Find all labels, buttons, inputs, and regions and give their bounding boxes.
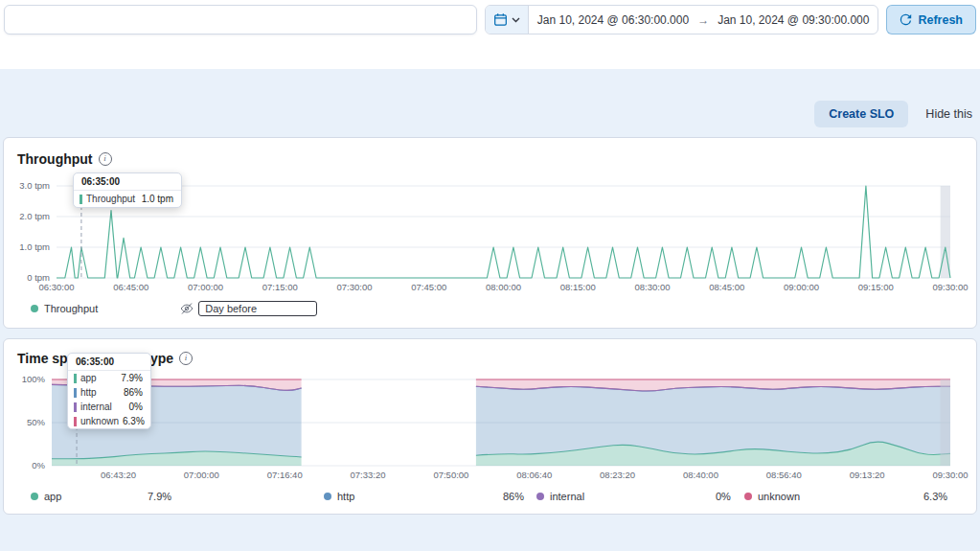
legend-item-app[interactable]: app7.9%: [31, 491, 324, 502]
x-axis-label: 07:16:40: [267, 470, 303, 480]
legend-value: 7.9%: [148, 491, 171, 502]
x-axis-label: 08:06:40: [516, 470, 552, 480]
tooltip-series-label: internal: [80, 402, 112, 412]
x-axis-label: 06:43:20: [101, 470, 136, 480]
throughput-info-icon[interactable]: i: [99, 152, 112, 166]
span-chart[interactable]: 100%50%0%06:43:2007:00:0007:16:4007:33:2…: [17, 372, 966, 481]
legend-item-http[interactable]: http86%: [324, 491, 536, 502]
x-axis-label: 08:40:00: [683, 470, 718, 480]
x-axis-label: 08:56:40: [766, 470, 802, 480]
date-end-button[interactable]: Jan 10, 2024 @ 09:30:00.000: [709, 13, 877, 27]
throughput-title: Throughput: [17, 151, 93, 167]
x-axis-label: 08:23:20: [600, 470, 635, 480]
refresh-button[interactable]: Refresh: [886, 5, 976, 34]
throughput-legend-dot: [31, 305, 38, 312]
span-types-panel: Time spent by span type i 100%50%0%06:43…: [3, 338, 977, 515]
x-axis-label: 09:00:00: [784, 282, 819, 292]
tooltip-series-value: 7.9%: [121, 373, 143, 383]
date-picker: Jan 10, 2024 @ 06:30:00.000 → Jan 10, 20…: [485, 5, 879, 34]
x-axis-label: 07:50:00: [433, 470, 468, 480]
x-axis-label: 07:45:00: [411, 282, 446, 292]
throughput-tooltip: 06:35:00 Throughput 1.0 tpm: [73, 172, 182, 208]
x-axis-label: 09:30:00: [933, 282, 969, 292]
tooltip-series-value: 86%: [124, 387, 143, 398]
x-axis-label: 09:30:00: [933, 470, 969, 480]
throughput-tooltip-bar: [80, 195, 82, 204]
legend-dot: [744, 493, 752, 500]
tooltip-series-bar: [74, 417, 77, 426]
span-types-title-row: Time spent by span type i: [17, 351, 963, 366]
create-slo-button[interactable]: Create SLO: [814, 101, 908, 127]
x-axis-label: 07:00:00: [188, 282, 223, 292]
throughput-line: [57, 186, 950, 278]
x-axis-label: 07:33:20: [351, 470, 386, 480]
x-axis-label: 07:15:00: [262, 282, 298, 292]
tooltip-series-bar: [74, 402, 77, 412]
page-background: Create SLO Hide this Throughput i 3.0 tp…: [0, 69, 980, 515]
refresh-label: Refresh: [918, 13, 963, 27]
y-axis-label: 50%: [27, 417, 46, 427]
hide-this-button[interactable]: Hide this: [923, 107, 974, 121]
tooltip-time-header: 06:35:00: [68, 354, 150, 371]
legend-value: 86%: [503, 491, 524, 502]
tooltip-series-bar: [74, 374, 77, 383]
header-bar: Jan 10, 2024 @ 06:30:00.000 → Jan 10, 20…: [0, 0, 980, 69]
tooltip-series-label: http: [80, 387, 97, 398]
x-axis-label: 08:30:00: [635, 282, 671, 292]
tooltip-series-value: 6.3%: [123, 416, 145, 426]
throughput-legend-item[interactable]: Throughput: [31, 303, 98, 314]
partial-bucket-indicator: [941, 379, 950, 466]
throughput-legend: Throughput Day before: [17, 301, 963, 316]
throughput-panel: Throughput i 3.0 tpm2.0 tpm1.0 tpm0 tpm0…: [3, 137, 977, 329]
y-axis-label: 0%: [32, 460, 45, 471]
tooltip-series-label: Throughput: [86, 194, 135, 204]
calendar-icon: [493, 12, 508, 27]
date-range-arrow-icon: →: [697, 13, 709, 27]
day-before-legend-item[interactable]: Day before: [180, 301, 317, 316]
x-axis-label: 08:45:00: [709, 282, 744, 292]
x-axis-label: 09:15:00: [858, 282, 894, 292]
legend-label: http: [337, 491, 503, 502]
refresh-icon: [900, 13, 912, 26]
tooltip-row-http: http86%: [68, 385, 150, 400]
tooltip-time-header: 06:35:00: [74, 173, 181, 191]
tooltip-series-value: 1.0 tpm: [142, 194, 173, 204]
panel-actions-row: Create SLO Hide this: [2, 101, 974, 127]
x-axis-label: 07:30:00: [337, 282, 373, 292]
legend-label: unknown: [758, 491, 923, 502]
y-axis-label: 100%: [22, 374, 46, 384]
tooltip-series-value: 0%: [129, 402, 143, 412]
x-axis-label: 09:13:20: [850, 470, 885, 480]
query-input[interactable]: [4, 5, 477, 34]
x-axis-label: 08:15:00: [560, 282, 596, 292]
day-before-legend-box[interactable]: Day before: [198, 301, 317, 316]
tooltip-series-bar: [74, 388, 77, 398]
legend-label: internal: [550, 491, 716, 502]
legend-item-internal[interactable]: internal0%: [536, 491, 744, 502]
eye-slash-icon: [180, 302, 194, 315]
tooltip-series-label: app: [80, 373, 97, 383]
y-axis-label: 1.0 tpm: [19, 241, 50, 252]
legend-item-unknown[interactable]: unknown6.3%: [744, 491, 963, 502]
y-axis-label: 3.0 tpm: [19, 180, 50, 191]
legend-value: 6.3%: [923, 491, 947, 502]
legend-value: 0%: [716, 491, 731, 502]
search-toolbar: Jan 10, 2024 @ 06:30:00.000 → Jan 10, 20…: [4, 5, 976, 34]
date-start-button[interactable]: Jan 10, 2024 @ 06:30:00.000: [529, 13, 697, 27]
x-axis-label: 08:00:00: [486, 282, 521, 292]
legend-dot: [31, 493, 38, 500]
throughput-title-row: Throughput i: [17, 151, 963, 167]
throughput-legend-label: Throughput: [44, 303, 98, 314]
legend-label: app: [44, 491, 148, 502]
x-axis-label: 06:45:00: [113, 282, 148, 292]
tooltip-row-unknown: unknown6.3%: [68, 414, 150, 428]
x-axis-label: 06:30:00: [39, 282, 75, 292]
x-axis-label: 07:00:00: [184, 470, 219, 480]
tooltip-row: Throughput 1.0 tpm: [74, 191, 181, 207]
span-legend: app7.9%http86%internal0%unknown6.3%: [17, 491, 963, 502]
span-tooltip-rows: app7.9%http86%internal0%unknown6.3%: [68, 371, 150, 428]
legend-dot: [536, 493, 544, 500]
span-types-info-icon[interactable]: i: [179, 352, 193, 365]
chevron-down-icon: [512, 17, 520, 23]
date-picker-calendar-button[interactable]: [486, 6, 529, 34]
